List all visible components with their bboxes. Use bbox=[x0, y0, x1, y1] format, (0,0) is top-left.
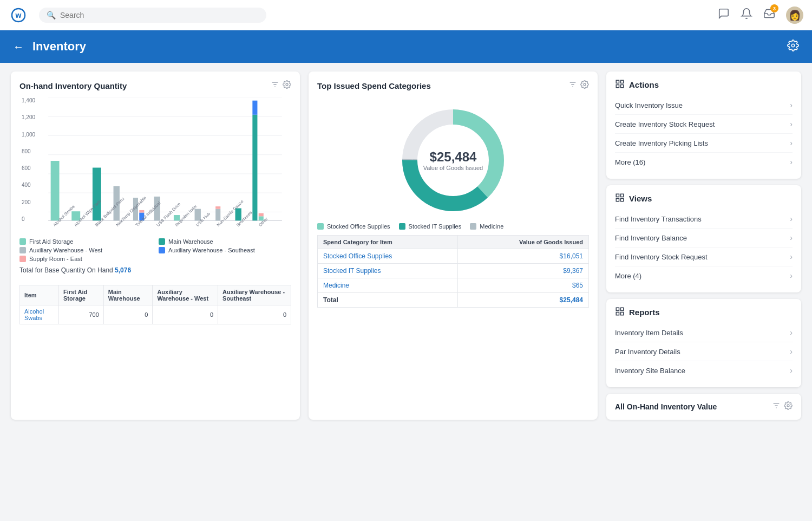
legend-color-main-wh bbox=[159, 238, 165, 245]
settings-icon-chart[interactable] bbox=[283, 80, 291, 91]
top-nav: w 🔍 3 👩 bbox=[0, 0, 812, 30]
legend-label-aux-se: Auxiliary Warehouse - Southeast bbox=[168, 247, 255, 253]
bell-icon-btn[interactable] bbox=[741, 8, 752, 22]
report-item-par[interactable]: Par Inventory Details › bbox=[615, 342, 793, 361]
svg-point-6 bbox=[286, 83, 288, 86]
actions-icon bbox=[615, 79, 625, 90]
legend-item-it: Stocked IT Supplies bbox=[399, 223, 462, 230]
svg-rect-51 bbox=[616, 80, 619, 83]
total-value[interactable]: 5,076 bbox=[115, 266, 131, 274]
svg-rect-53 bbox=[616, 85, 619, 88]
spend-col-val: Value of Goods Issued bbox=[458, 236, 589, 249]
spend-val-it: $9,367 bbox=[458, 264, 589, 278]
donut-chart-icons bbox=[568, 80, 589, 91]
total-line: Total for Base Quantity On Hand 5,076 bbox=[19, 266, 291, 274]
svg-rect-56 bbox=[621, 194, 624, 197]
donut-legend: Stocked Office Supplies Stocked IT Suppl… bbox=[317, 223, 589, 230]
nav-icons: 3 👩 bbox=[718, 6, 803, 24]
legend-dot-it bbox=[399, 223, 405, 230]
col-aux-west: Auxiliary Warehouse - West bbox=[153, 285, 218, 305]
svg-rect-26 bbox=[215, 206, 220, 209]
report-item-site-balance[interactable]: Inventory Site Balance › bbox=[615, 361, 793, 380]
bar-chart-table-container: Item First Aid Storage Main Warehouse Au… bbox=[19, 278, 291, 324]
search-bar[interactable]: 🔍 bbox=[39, 8, 266, 23]
filter-icon-donut[interactable] bbox=[568, 80, 577, 91]
report-item-details[interactable]: Inventory Item Details › bbox=[615, 323, 793, 342]
svg-rect-61 bbox=[616, 312, 619, 315]
view-item-more[interactable]: More (4) › bbox=[615, 266, 793, 285]
spend-cat-office[interactable]: Stocked Office Supplies bbox=[318, 249, 458, 264]
spend-val-medicine: $65 bbox=[458, 278, 589, 293]
spend-row: Stocked IT Supplies $9,367 bbox=[318, 264, 589, 278]
svg-rect-57 bbox=[616, 199, 619, 201]
table-row: Alcohol Swabs 700 0 0 0 bbox=[20, 305, 291, 324]
qty-cell: 0 bbox=[153, 305, 218, 324]
user-avatar[interactable]: 👩 bbox=[786, 6, 803, 24]
view-item-transactions[interactable]: Find Inventory Transactions › bbox=[615, 210, 793, 229]
chat-icon-btn[interactable] bbox=[718, 8, 730, 22]
donut-center-value: $25,484 bbox=[423, 149, 483, 165]
chevron-icon: › bbox=[790, 214, 793, 223]
view-item-balance[interactable]: Find Inventory Balance › bbox=[615, 229, 793, 248]
filter-icon[interactable] bbox=[271, 80, 279, 91]
action-label-stock: Create Inventory Stock Request bbox=[615, 120, 715, 128]
settings-icon[interactable] bbox=[787, 40, 799, 54]
svg-rect-62 bbox=[621, 312, 624, 315]
action-item-stock[interactable]: Create Inventory Stock Request › bbox=[615, 115, 793, 134]
main-content: On-hand Inventory Quantity 1,4001,2001,0… bbox=[0, 63, 812, 428]
views-card: Views Find Inventory Transactions › Find… bbox=[606, 185, 801, 292]
col-first-aid: First Aid Storage bbox=[59, 285, 104, 305]
bar-chart-area: 1,4001,2001,0008006004002000 bbox=[39, 97, 291, 233]
spend-total-label: Total bbox=[318, 293, 458, 308]
chevron-icon: › bbox=[790, 347, 793, 356]
inbox-icon-btn[interactable]: 3 bbox=[763, 8, 775, 22]
actions-card: Actions Quick Inventory Issue › Create I… bbox=[606, 71, 801, 179]
chevron-icon: › bbox=[790, 158, 793, 166]
svg-rect-60 bbox=[621, 308, 624, 310]
action-item-more[interactable]: More (16) › bbox=[615, 153, 793, 171]
reports-icon bbox=[615, 307, 625, 318]
bar-chart-card: On-hand Inventory Quantity 1,4001,2001,0… bbox=[11, 71, 300, 420]
donut-chart-card: Top Issued Spend Categories bbox=[309, 71, 598, 420]
settings-icon-donut[interactable] bbox=[580, 80, 589, 91]
bar-chart-icons bbox=[271, 80, 291, 91]
inbox-badge: 3 bbox=[770, 4, 778, 12]
filter-icon-all-inv[interactable] bbox=[772, 401, 781, 412]
legend-label-medicine: Medicine bbox=[480, 223, 503, 230]
chevron-icon: › bbox=[790, 233, 793, 242]
search-input[interactable] bbox=[60, 11, 259, 19]
back-button[interactable]: ← bbox=[13, 41, 24, 53]
spend-cat-it[interactable]: Stocked IT Supplies bbox=[318, 264, 458, 278]
spend-row: Stocked Office Supplies $16,051 bbox=[318, 249, 589, 264]
donut-chart-header: Top Issued Spend Categories bbox=[317, 80, 589, 91]
view-item-stock-request[interactable]: Find Inventory Stock Request › bbox=[615, 248, 793, 266]
legend-color-supply-east bbox=[19, 256, 26, 262]
svg-rect-52 bbox=[621, 80, 624, 83]
donut-container: $25,484 Value of Goods Issued bbox=[317, 97, 589, 223]
legend-label-it: Stocked IT Supplies bbox=[409, 223, 462, 230]
spend-table: Spend Category for Item Value of Goods I… bbox=[317, 235, 589, 308]
spend-cat-medicine[interactable]: Medicine bbox=[318, 278, 458, 293]
donut-center-sub: Value of Goods Issued bbox=[423, 165, 483, 171]
legend-dot-medicine bbox=[470, 223, 476, 230]
col-aux-se: Auxiliary Warehouse - Southeast bbox=[218, 285, 291, 305]
svg-rect-31 bbox=[259, 213, 264, 217]
legend-label-first-aid: First Aid Storage bbox=[29, 238, 73, 245]
item-name-cell[interactable]: Alcohol Swabs bbox=[20, 305, 59, 324]
bar-chart-table: Item First Aid Storage Main Warehouse Au… bbox=[19, 285, 291, 324]
settings-icon-all-inv[interactable] bbox=[784, 401, 793, 412]
svg-text:w: w bbox=[15, 11, 22, 19]
action-label-quick: Quick Inventory Issue bbox=[615, 101, 683, 109]
svg-point-66 bbox=[787, 405, 789, 407]
views-icon bbox=[615, 193, 625, 204]
legend-item: First Aid Storage bbox=[19, 238, 152, 245]
chevron-icon: › bbox=[790, 328, 793, 337]
search-icon: 🔍 bbox=[47, 11, 56, 19]
action-item-quick[interactable]: Quick Inventory Issue › bbox=[615, 96, 793, 115]
action-item-picking[interactable]: Create Inventory Picking Lists › bbox=[615, 134, 793, 153]
spend-total-val: $25,484 bbox=[458, 293, 589, 308]
qty-cell: 0 bbox=[103, 305, 153, 324]
header-bar: ← Inventory bbox=[0, 30, 812, 63]
chevron-icon: › bbox=[790, 139, 793, 147]
reports-title: Reports bbox=[615, 307, 793, 318]
